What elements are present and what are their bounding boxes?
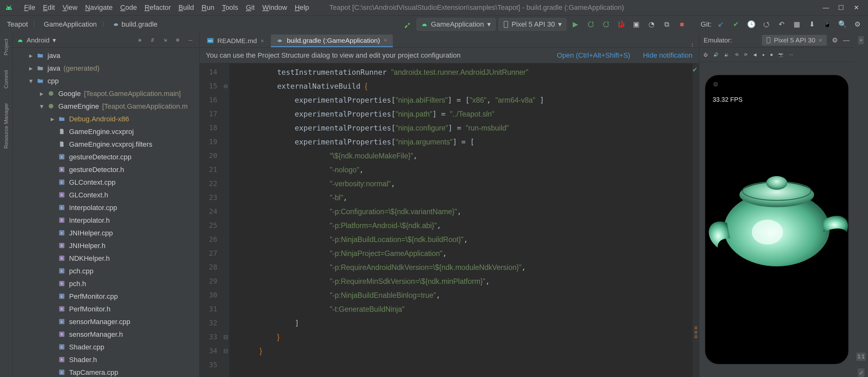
collapse-all-icon[interactable]: ⇵ — [148, 36, 157, 45]
tree-row[interactable]: hpch.h — [13, 278, 199, 290]
apply-code-changes-icon[interactable] — [600, 19, 612, 30]
tree-row[interactable]: hInterpolator.h — [13, 214, 199, 227]
tree-row[interactable]: cTapCamera.cpp — [13, 366, 199, 377]
tree-row[interactable]: hShader.h — [13, 353, 199, 366]
device-selector[interactable]: Pixel 5 API 30 ▾ — [499, 18, 566, 31]
editor-tab[interactable]: MDREADME.md× — [202, 34, 270, 47]
git-revert-icon[interactable]: ⭯ — [760, 19, 772, 30]
build-hammer-icon[interactable] — [401, 19, 413, 30]
commit-toolwindow-tab[interactable]: Commit — [3, 67, 9, 91]
breadcrumb-segment[interactable]: Teapot — [7, 20, 28, 29]
menu-view[interactable]: View — [59, 2, 81, 13]
project-tree[interactable]: ▸java▸java (generated)▾cpp▸Google [Teapo… — [13, 48, 199, 377]
project-view-selector[interactable]: Android ▾ — [17, 36, 131, 44]
tree-row[interactable]: cGLContext.cpp — [13, 176, 199, 189]
breadcrumb[interactable]: Teapot〉GameApplication〉build.gradle — [4, 19, 160, 30]
emulator-rotate-left-icon[interactable]: ⟲ — [735, 52, 738, 57]
tree-arrow-icon[interactable]: ▾ — [39, 102, 44, 111]
menu-edit[interactable]: Edit — [39, 2, 59, 13]
editor-body[interactable]: 1415161718192021222324252627282930313233… — [199, 63, 699, 377]
zoom-fit-button[interactable]: ⤢ — [858, 369, 865, 377]
menu-code[interactable]: Code — [117, 2, 141, 13]
git-history-icon[interactable]: 🕓 — [745, 19, 757, 30]
debug-button[interactable]: 🐞 — [615, 19, 627, 30]
emulator-rotate-right-icon[interactable]: ⟳ — [744, 52, 748, 57]
tree-arrow-icon[interactable]: ▾ — [28, 77, 34, 85]
tree-row[interactable]: cPerfMonitor.cpp — [13, 290, 199, 303]
tree-row[interactable]: cJNIHelper.cpp — [13, 227, 199, 240]
zoom-actual-button[interactable]: 1:1 — [856, 353, 866, 361]
tree-row[interactable]: hPerfMonitor.h — [13, 303, 199, 316]
tree-settings-gear-icon[interactable]: ⚙ — [173, 36, 182, 45]
close-icon[interactable]: × — [818, 36, 823, 44]
breadcrumb-segment[interactable]: build.gradle — [122, 20, 158, 29]
emulator-settings-gear-icon[interactable]: ⚙ — [832, 36, 838, 44]
tree-arrow-icon[interactable]: ▸ — [39, 90, 44, 98]
tree-row[interactable]: cInterpolator.cpp — [13, 201, 199, 214]
menu-navigate[interactable]: Navigate — [82, 2, 117, 13]
tree-row[interactable]: GameEngine.vcxproj — [13, 125, 199, 138]
expand-all-icon[interactable]: ⇲ — [161, 36, 169, 45]
tree-arrow-icon[interactable]: ▸ — [28, 64, 34, 72]
tree-row[interactable]: cShader.cpp — [13, 341, 199, 353]
emulator-power-icon[interactable]: ⏻ — [704, 53, 708, 57]
window-maximize-button[interactable]: ☐ — [834, 0, 848, 15]
hide-notification-link[interactable]: Hide notification — [643, 51, 692, 60]
tree-row[interactable]: ▾GameEngine [Teapot.GameApplication.m — [13, 100, 199, 113]
editor-tabs-more-icon[interactable]: ⋮ — [686, 42, 699, 47]
menu-tools[interactable]: Tools — [218, 2, 242, 13]
menu-file[interactable]: File — [20, 2, 39, 13]
coverage-run-icon[interactable]: ▣ — [630, 19, 643, 30]
hide-emulator-icon[interactable]: — — [843, 36, 849, 44]
menu-run[interactable]: Run — [198, 2, 218, 13]
close-icon[interactable]: × — [384, 37, 388, 44]
emulator-more-icon[interactable]: ⋯ — [789, 52, 793, 57]
emulator-volume-up-icon[interactable]: 🔊 — [713, 52, 718, 57]
avd-manager-icon[interactable]: 📱 — [821, 19, 833, 30]
emulator-volume-down-icon[interactable]: 🔉 — [724, 52, 729, 57]
stop-button[interactable]: ■ — [676, 19, 688, 30]
tree-row[interactable]: hNDKHelper.h — [13, 252, 199, 265]
editor-inspection-strip[interactable]: ✔ ≡≡≡ — [692, 63, 699, 377]
tree-row[interactable]: cgestureDetector.cpp — [13, 151, 199, 163]
tree-row[interactable]: hsensorManager.h — [13, 328, 199, 341]
fold-gutter[interactable]: ⊖⊟⊟ — [222, 63, 229, 377]
tree-row[interactable]: ▸Debug.Android-x86 — [13, 113, 199, 125]
project-structure-icon[interactable]: ▦ — [791, 19, 803, 30]
emulator-device-screen[interactable]: 33.32 FPS — [704, 74, 849, 365]
breadcrumb-segment[interactable]: GameApplication — [44, 20, 97, 29]
editor-tab[interactable]: build.gradle (:GameApplication)× — [271, 34, 393, 47]
emulator-home-icon[interactable]: ● — [762, 53, 765, 57]
hide-panel-icon[interactable]: — — [186, 36, 195, 45]
tree-row[interactable]: ▾cpp — [13, 75, 199, 88]
search-everywhere-icon[interactable]: 🔍 — [836, 19, 848, 30]
tree-row[interactable]: hgestureDetector.h — [13, 163, 199, 176]
close-icon[interactable]: × — [261, 38, 264, 44]
git-commit-icon[interactable]: ✔ — [730, 19, 742, 30]
menu-git[interactable]: Git — [242, 2, 258, 13]
window-minimize-button[interactable]: — — [818, 0, 833, 15]
sdk-manager-icon[interactable]: ⬇ — [806, 19, 818, 30]
git-update-icon[interactable]: ↙ — [715, 19, 727, 30]
settings-gear-icon[interactable]: ⚙ — [851, 19, 864, 30]
tree-row[interactable]: hJNIHelper.h — [13, 240, 199, 252]
run-config-selector[interactable]: GameApplication ▾ — [416, 18, 495, 31]
tree-row[interactable]: ▸java — [13, 50, 199, 62]
window-close-button[interactable]: ✕ — [849, 0, 864, 15]
profile-run-icon[interactable]: ◔ — [646, 19, 658, 30]
menu-help[interactable]: Help — [291, 2, 313, 13]
zoom-in-button[interactable]: + — [858, 36, 864, 44]
tree-row[interactable]: ▸java (generated) — [13, 62, 199, 75]
tree-row[interactable]: hGLContext.h — [13, 189, 199, 201]
run-button[interactable]: ▶ — [569, 19, 582, 30]
code-area[interactable]: testInstrumentationRunner "androidx.test… — [229, 63, 699, 377]
menu-refactor[interactable]: Refactor — [141, 2, 175, 13]
undo-icon[interactable]: ↶ — [775, 19, 787, 30]
locate-file-icon[interactable]: ⊕ — [135, 36, 144, 45]
apply-changes-icon[interactable] — [585, 19, 597, 30]
open-project-structure-link[interactable]: Open (Ctrl+Alt+Shift+S) — [557, 51, 630, 60]
emulator-overview-icon[interactable]: ■ — [770, 53, 773, 57]
tree-arrow-icon[interactable]: ▸ — [50, 115, 55, 123]
menu-build[interactable]: Build — [175, 2, 198, 13]
tree-row[interactable]: cpch.cpp — [13, 265, 199, 278]
